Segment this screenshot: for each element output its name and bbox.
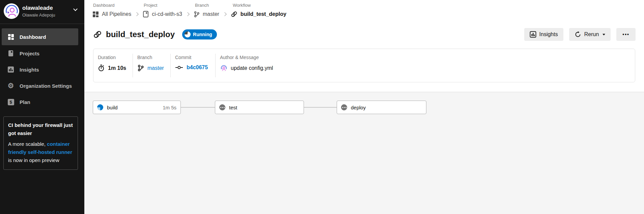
sidebar-item-plan[interactable]: Plan: [0, 94, 84, 110]
sidebar: olawaleade Olawale Adepoju Dashboard: [0, 0, 84, 214]
duration-value: 1m 10s: [108, 65, 126, 71]
breadcrumb-label-dashboard: Dashboard: [93, 3, 115, 8]
job-node-deploy[interactable]: deploy: [337, 101, 426, 114]
user-name: Olawale Adepoju: [22, 12, 55, 18]
branch-link[interactable]: master: [147, 65, 164, 71]
workflow-summary-card: Duration 1m 10s Branch: [93, 49, 635, 82]
job-connector: [181, 107, 215, 108]
author-avatar: [220, 64, 227, 72]
promo-title: CI behind your firewall just got easier: [8, 121, 73, 137]
workflow-graph: build 1m 5s test deploy: [84, 92, 644, 214]
avatar: [3, 3, 20, 19]
commit-label: Commit: [175, 55, 215, 60]
project-icon: [143, 11, 149, 18]
sidebar-divider: [0, 24, 84, 24]
projects-icon: [7, 50, 14, 57]
page-title: build_test_deploy: [106, 30, 175, 39]
breadcrumb-branch[interactable]: master: [194, 11, 219, 18]
breadcrumb-item-label: All Pipelines: [102, 11, 131, 17]
rerun-button-label: Rerun: [584, 31, 599, 37]
dashboard-grid-icon: [7, 33, 14, 40]
insights-button-label: Insights: [539, 31, 558, 37]
breadcrumb-item-label: ci-cd-with-s3: [152, 11, 182, 17]
breadcrumb-label-branch: Branch: [195, 3, 209, 8]
summary-author-message: Author & Message update config.yml: [215, 54, 635, 77]
org-name: olawaleade: [22, 4, 55, 12]
more-options-button[interactable]: •••: [616, 28, 636, 41]
job-running-icon: [97, 104, 103, 110]
promo-card: CI behind your firewall just got easier …: [3, 116, 78, 170]
author-message-label: Author & Message: [220, 55, 635, 60]
sidebar-nav: Dashboard Projects: [0, 28, 84, 110]
rerun-button[interactable]: Rerun: [569, 28, 611, 41]
stopwatch-icon: [98, 64, 105, 72]
breadcrumb: All Pipelines ci-cd-with-s3: [92, 11, 286, 18]
promo-body: A more scalable, container friendly self…: [8, 140, 73, 164]
summary-branch: Branch master: [133, 54, 170, 77]
gear-icon: ⚙: [7, 82, 14, 89]
sidebar-item-label: Insights: [20, 67, 39, 73]
chevron-right-icon: [223, 12, 226, 16]
commit-message: update config.yml: [231, 65, 273, 71]
caret-down-icon: [603, 34, 605, 35]
user-text: olawaleade Olawale Adepoju: [22, 4, 55, 18]
main-content: Dashboard Project Branch Workflow All Pi…: [84, 0, 644, 214]
chevron-right-icon: [186, 12, 189, 16]
branch-label: Branch: [137, 55, 170, 60]
duration-label: Duration: [98, 55, 133, 60]
rerun-refresh-icon: [575, 31, 581, 38]
job-name: test: [229, 105, 237, 110]
workflow-icon: [93, 30, 102, 39]
breadcrumb-item-label: master: [203, 11, 219, 17]
insights-bars-icon: [7, 66, 14, 73]
sidebar-item-label: Plan: [20, 99, 30, 105]
breadcrumb-label-project: Project: [144, 3, 157, 8]
chevron-right-icon: [135, 12, 138, 16]
commit-link[interactable]: b4c0675: [187, 64, 208, 71]
job-pending-icon: [341, 104, 347, 110]
job-name: build: [107, 105, 118, 110]
summary-commit: Commit b4c0675: [170, 54, 215, 77]
job-node-test[interactable]: test: [215, 101, 304, 114]
org-switcher[interactable]: olawaleade Olawale Adepoju: [0, 0, 84, 23]
grid-icon: [92, 11, 99, 18]
promo-body-suffix: is now in open preview: [8, 157, 59, 163]
sidebar-item-dashboard[interactable]: Dashboard: [2, 28, 78, 45]
breadcrumb-project[interactable]: ci-cd-with-s3: [143, 11, 182, 18]
circleci-workflow-page: olawaleade Olawale Adepoju Dashboard: [0, 0, 644, 214]
status-badge-label: Running: [193, 32, 212, 37]
job-node-build[interactable]: build 1m 5s: [93, 101, 181, 114]
promo-body-prefix: A more scalable,: [8, 141, 47, 147]
ellipsis-icon: •••: [622, 32, 629, 37]
job-connector: [304, 107, 337, 108]
breadcrumb-labels: Dashboard Project Branch Workflow: [93, 3, 397, 8]
sidebar-item-label: Organization Settings: [20, 83, 72, 89]
workflow-icon: [231, 11, 237, 18]
summary-duration: Duration 1m 10s: [93, 49, 133, 82]
dollar-square-icon: [7, 99, 14, 105]
branch-icon: [194, 11, 200, 18]
commit-icon: [175, 64, 183, 71]
chevron-down-icon: [73, 7, 78, 11]
job-duration: 1m 5s: [163, 105, 176, 110]
breadcrumb-all-pipelines[interactable]: All Pipelines: [92, 11, 131, 18]
branch-icon: [137, 64, 144, 72]
sidebar-item-projects[interactable]: Projects: [0, 45, 84, 61]
breadcrumb-label-workflow: Workflow: [233, 3, 251, 8]
title-row: build_test_deploy Running Insights: [93, 28, 636, 41]
sidebar-item-insights[interactable]: Insights: [0, 61, 84, 78]
insights-button[interactable]: Insights: [524, 28, 563, 41]
breadcrumb-workflow: build_test_deploy: [231, 11, 286, 18]
sidebar-item-organization-settings[interactable]: ⚙ Organization Settings: [0, 78, 84, 94]
insights-bars-icon: [530, 31, 536, 38]
job-name: deploy: [351, 105, 366, 110]
job-pending-icon: [219, 104, 225, 110]
sidebar-item-label: Dashboard: [20, 34, 46, 40]
breadcrumb-item-label: build_test_deploy: [241, 11, 286, 17]
running-timer-icon: [185, 31, 191, 37]
sidebar-item-label: Projects: [20, 51, 39, 56]
status-badge: Running: [182, 29, 217, 39]
